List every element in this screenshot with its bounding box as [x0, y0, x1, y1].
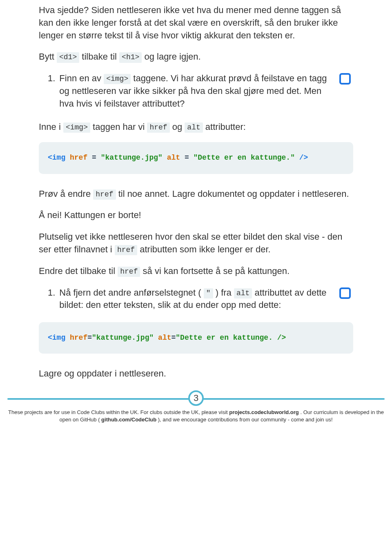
page-number-bar: 3 — [7, 389, 385, 407]
paragraph-change-back: Endre det tilbake til href så vi kan for… — [39, 265, 353, 278]
paragraph-attributes: Inne i <img> taggen har vi href og alt a… — [39, 121, 353, 134]
code-chip-img: <img> — [63, 122, 90, 133]
text: attributter: — [205, 122, 246, 132]
text: tilbake til — [82, 51, 119, 62]
footer-link-projects: projects.codeclubworld.org — [229, 409, 298, 415]
code-chip-quote: " — [204, 288, 213, 298]
code-token: <img — [48, 334, 65, 342]
checkbox-icon[interactable] — [339, 287, 351, 299]
text: Finn en av — [59, 73, 104, 83]
step-body: Nå fjern det andre anførselstegnet ( " )… — [59, 287, 339, 312]
text: Inne i — [39, 122, 63, 132]
code-token: = — [87, 154, 100, 162]
code-chip-h1: <h1> — [119, 52, 142, 62]
code-token: <img — [48, 154, 65, 162]
checkbox-icon[interactable] — [339, 73, 351, 85]
code-token: /> — [295, 154, 308, 162]
code-token: "kattunge.jpg" — [92, 334, 154, 342]
code-chip-href: href — [93, 189, 116, 200]
text: These projects are for use in Code Clubs… — [8, 409, 229, 415]
code-token: alt — [154, 334, 171, 342]
step-body: Finn en av <img> taggene. Vi har akkurat… — [59, 72, 339, 110]
footer-text: These projects are for use in Code Clubs… — [0, 407, 392, 427]
page-footer: 3 These projects are for use in Code Clu… — [0, 389, 392, 427]
code-block-2: <img href="kattunge.jpg" alt="Dette er e… — [39, 322, 353, 354]
text: og lagre igjen. — [144, 51, 200, 62]
code-chip-href: href — [115, 245, 137, 255]
code-token: "Dette er en kattunge. /> — [176, 334, 286, 342]
text: så vi kan fortsette å se på kattungen. — [143, 266, 290, 276]
code-chip-alt: alt — [234, 288, 252, 298]
page-number: 3 — [188, 390, 204, 406]
paragraph-explanation: Plutselig vet ikke nettleseren hvor den … — [39, 231, 353, 256]
text: ), and we encourage contributions from o… — [158, 416, 333, 423]
code-chip-img: <img> — [104, 74, 131, 84]
paragraph-intro: Hva sjedde? Siden nettleseren ikke vet h… — [39, 4, 353, 42]
step-1: 1. Finn en av <img> taggene. Vi har akku… — [39, 72, 353, 110]
code-token: "Dette er en kattunge." — [194, 154, 295, 162]
code-chip-href: href — [147, 122, 169, 133]
code-token: alt — [163, 154, 180, 162]
step-number: 1. — [48, 287, 55, 299]
paragraph-save-refresh: Lagre og oppdater i nettleseren. — [39, 368, 353, 380]
text: atributten som ikke lenger er der. — [140, 244, 270, 254]
step-2: 1. Nå fjern det andre anførselstegnet ( … — [39, 287, 353, 312]
code-token: href — [65, 154, 87, 162]
text: Endre det tilbake til — [39, 266, 118, 276]
text: Bytt — [39, 51, 57, 62]
text: taggen har vi — [93, 122, 147, 132]
text: Nå fjern det andre anførselstegnet ( — [59, 287, 203, 298]
paragraph-change-href: Prøv å endre href til noe annet. Lagre d… — [39, 188, 353, 200]
footer-link-github: github.com/CodeClub — [101, 416, 156, 423]
text: Prøv å endre — [39, 189, 93, 199]
paragraph-switch-back: Bytt <d1> tilbake til <h1> og lagre igje… — [39, 51, 353, 63]
paragraph-oh-no: Å nei! Kattungen er borte! — [39, 209, 353, 222]
text: ) fra — [216, 287, 234, 298]
code-token: = — [87, 334, 92, 342]
text: og — [172, 122, 185, 132]
code-token: href — [65, 334, 87, 342]
text: til noe annet. Lagre dokumentet og oppda… — [118, 189, 349, 199]
code-chip-d1: <d1> — [57, 52, 79, 62]
code-chip-alt: alt — [185, 122, 203, 133]
code-token: "kattunge.jpg" — [101, 154, 163, 162]
code-token: = — [172, 334, 176, 342]
code-block-1: <img href = "kattunge.jpg" alt = "Dette … — [39, 142, 353, 174]
step-number: 1. — [48, 72, 55, 85]
code-token: = — [180, 154, 193, 162]
code-chip-href: href — [118, 267, 140, 277]
